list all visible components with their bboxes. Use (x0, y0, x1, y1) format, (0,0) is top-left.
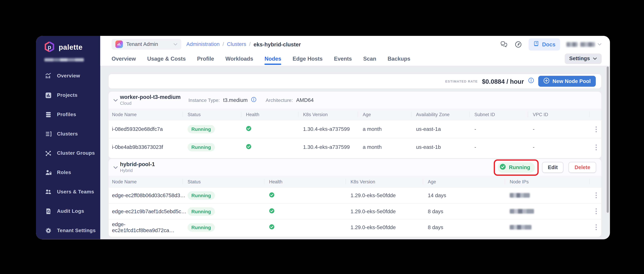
redacted-username (580, 42, 595, 47)
col-age: Age (428, 179, 510, 184)
tab-usage-costs[interactable]: Usage & Costs (147, 52, 186, 66)
health-check-icon (269, 223, 350, 231)
collapse-chevron-icon[interactable] (113, 166, 118, 169)
sidebar-item-label: Users & Teams (57, 189, 94, 195)
kebab-menu-icon[interactable] (596, 224, 601, 230)
sidebar-item-tenant-settings[interactable]: Tenant Settings (36, 221, 100, 239)
redacted-node-ips (510, 209, 534, 214)
k8s-version: 1.29.0-eks-5e0fdde (350, 208, 428, 214)
pool-status-label: Running (509, 164, 530, 170)
age: a month (363, 144, 416, 150)
collapse-chevron-icon[interactable] (113, 99, 118, 102)
kebab-menu-icon[interactable] (596, 192, 601, 198)
brand-name: palette (59, 43, 82, 52)
sidebar-item-projects[interactable]: Projects (36, 85, 100, 105)
col-health: Health (269, 179, 350, 184)
col-node-name: Node Name (112, 112, 188, 117)
age: 14 days (428, 192, 510, 198)
palette-logo-icon: p (44, 41, 55, 55)
health-check-icon (269, 207, 350, 215)
content-scroll-area: ESTIMATED RATE $0.0884 / hour New Node P… (100, 66, 610, 239)
tab-workloads[interactable]: Workloads (226, 52, 253, 66)
app-window: p palette Overview Projects (36, 36, 610, 239)
status-badge: Running (188, 207, 215, 215)
col-health: Health (246, 112, 303, 117)
tenant-settings-icon (45, 227, 52, 234)
subnet-id: - (474, 144, 533, 150)
status-badge: Running (188, 223, 215, 231)
rate-bar: ESTIMATED RATE $0.0884 / hour New Node P… (108, 74, 601, 88)
estimated-rate-value: $0.0884 / hour (482, 78, 524, 85)
users-teams-icon (45, 188, 52, 195)
breadcrumb-clusters[interactable]: Clusters (227, 41, 246, 47)
sidebar-item-profiles[interactable]: Profiles (36, 105, 100, 124)
breadcrumb-administration[interactable]: Administration (186, 41, 220, 47)
col-status: Status (188, 112, 246, 117)
redacted-node-ips (510, 225, 532, 229)
sidebar-item-clusters[interactable]: Clusters (36, 124, 100, 143)
kebab-menu-icon[interactable] (596, 126, 601, 132)
chevron-down-icon (598, 43, 602, 46)
settings-button[interactable]: Settings (564, 53, 602, 64)
col-age: Age (363, 112, 416, 117)
table-row[interactable]: edge-ec21c9b7aef1dc5ebd5c… Running 1.29.… (108, 203, 601, 219)
tab-edge-hosts[interactable]: Edge Hosts (292, 52, 322, 66)
delete-button[interactable]: Delete (569, 162, 596, 173)
instance-type-value: t3.medium (223, 97, 248, 103)
kebab-menu-icon[interactable] (596, 208, 601, 214)
node-name: edge-ec2e1fcd1cf8bea9d72ca… (112, 221, 188, 233)
col-vpc-id: VPC ID (533, 112, 594, 117)
book-icon (533, 40, 539, 48)
col-k8s-version: K8s Version (350, 179, 428, 184)
sidebar-item-overview[interactable]: Overview (36, 66, 100, 86)
main-area: Tenant Admin Administration / Clusters /… (100, 36, 610, 239)
sidebar-item-audit-logs[interactable]: Audit Logs (36, 201, 100, 221)
scope-label: Tenant Admin (126, 41, 158, 47)
tab-overview[interactable]: Overview (112, 52, 136, 66)
table-header: Node Name Status Health K8s Version Age … (108, 176, 601, 187)
tab-events[interactable]: Events (334, 52, 352, 66)
sidebar-item-label: Projects (57, 92, 78, 98)
health-check-icon (246, 125, 303, 133)
docs-button[interactable]: Docs (529, 38, 560, 50)
new-node-pool-button[interactable]: New Node Pool (538, 76, 596, 87)
sidebar-item-cluster-groups[interactable]: Cluster Groups (36, 143, 100, 163)
tab-nodes[interactable]: Nodes (264, 52, 281, 66)
redacted-username (566, 42, 578, 47)
kebab-menu-icon[interactable] (596, 144, 601, 150)
col-availability-zone: Availability Zone (416, 112, 474, 117)
architecture-label: Architecture: (266, 98, 293, 103)
info-icon[interactable] (251, 96, 256, 104)
chevron-down-icon (173, 43, 178, 46)
project-scope-selector[interactable]: Tenant Admin (112, 39, 181, 50)
subnet-id: - (474, 126, 533, 132)
availability-zone: us-east-1b (416, 144, 474, 150)
compass-icon[interactable] (514, 40, 522, 48)
tab-backups[interactable]: Backups (388, 52, 410, 66)
sidebar-item-users-teams[interactable]: Users & Teams (36, 182, 100, 201)
node-name: i-08ed59320e68dfc7a (112, 126, 188, 132)
health-check-icon (269, 191, 350, 199)
scrollbar-thumb[interactable] (607, 67, 609, 213)
age: 8 days (428, 208, 510, 214)
plus-circle-icon (543, 77, 550, 85)
tab-scan[interactable]: Scan (363, 52, 376, 66)
cluster-groups-icon (45, 149, 52, 157)
info-icon[interactable] (528, 77, 534, 85)
table-row[interactable]: edge-ec2ff08b06d03c6758d3… Running 1.29.… (108, 187, 601, 203)
sidebar-item-roles[interactable]: Roles (36, 163, 100, 182)
projects-icon (45, 92, 52, 99)
tab-profile[interactable]: Profile (197, 52, 214, 66)
breadcrumb: Administration / Clusters / eks-hybrid-c… (186, 41, 301, 47)
edit-button[interactable]: Edit (542, 162, 564, 173)
table-row[interactable]: i-08ed59320e68dfc7a Running 1.30.4-eks-a… (108, 120, 601, 138)
sidebar-item-label: Clusters (57, 131, 78, 137)
col-node-name: Node Name (112, 179, 188, 184)
table-row[interactable]: i-0be4ab9b33673023f Running 1.30.4-eks-a… (108, 138, 601, 156)
redacted-node-ips (510, 193, 530, 198)
docs-label: Docs (542, 41, 556, 47)
audit-logs-icon (45, 207, 52, 215)
table-row[interactable]: edge-ec2e1fcd1cf8bea9d72ca… Running 1.29… (108, 219, 601, 235)
user-menu[interactable] (566, 42, 602, 47)
chat-icon[interactable] (500, 40, 508, 48)
